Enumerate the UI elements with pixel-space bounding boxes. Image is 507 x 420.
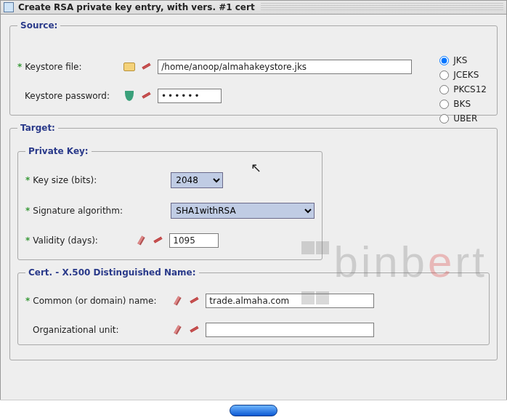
keystore-password-input[interactable] — [158, 89, 222, 103]
window-title: Create RSA private key entry, with vers.… — [18, 2, 255, 12]
private-key-group: Private Key: * Key size (bits): 2048 * S… — [17, 146, 323, 260]
dialog-body: Source: * Keystore file: Keystore passwo… — [0, 15, 507, 420]
cn-label: Common (or domain) name: — [33, 296, 171, 306]
source-group: Source: * Keystore file: Keystore passwo… — [9, 20, 498, 116]
ou-input[interactable] — [206, 323, 374, 337]
ou-label: Organizational unit: — [33, 325, 171, 335]
dn-legend: Cert. - X.500 Distinguished Name: — [25, 267, 199, 278]
key-size-label: Key size (bits): — [33, 175, 171, 185]
dn-group: Cert. - X.500 Distinguished Name: * Comm… — [17, 267, 490, 345]
edit-icon[interactable] — [171, 294, 184, 307]
keystore-file-input[interactable] — [158, 60, 412, 74]
horizontal-scrollbar[interactable] — [0, 400, 507, 420]
radio-jceks[interactable]: JCEKS — [439, 70, 487, 80]
target-legend: Target: — [17, 123, 58, 133]
source-legend: Source: — [17, 20, 60, 31]
clear-icon[interactable] — [188, 323, 201, 336]
required-marker: * — [17, 62, 22, 72]
private-key-legend: Private Key: — [25, 146, 92, 156]
validity-label: Validity (days): — [33, 235, 134, 246]
clear-icon[interactable] — [152, 234, 165, 247]
required-marker: * — [25, 206, 30, 216]
target-group: Target: Private Key: * Key size (bits): … — [9, 123, 498, 360]
radio-pkcs12[interactable]: PKCS12 — [439, 84, 487, 94]
radio-bks[interactable]: BKS — [439, 99, 487, 109]
app-icon — [4, 2, 14, 12]
clear-icon[interactable] — [140, 60, 153, 73]
validity-input[interactable] — [169, 233, 219, 248]
radio-uber[interactable]: UBER — [439, 113, 487, 124]
titlebar-decor — [261, 3, 503, 12]
keystore-file-label: Keystore file: — [25, 62, 123, 72]
clear-icon[interactable] — [140, 89, 153, 102]
key-size-select[interactable]: 2048 — [171, 172, 223, 188]
shield-icon[interactable] — [123, 89, 136, 102]
sig-alg-label: Signature algorithm: — [33, 206, 171, 216]
folder-icon[interactable] — [123, 60, 136, 73]
required-marker: * — [25, 296, 30, 306]
titlebar: Create RSA private key entry, with vers.… — [0, 0, 507, 15]
clear-icon[interactable] — [188, 294, 201, 307]
sig-alg-select[interactable]: SHA1withRSA — [171, 203, 315, 219]
keystore-type-radios: JKS JCEKS PKCS12 BKS UBER — [439, 55, 487, 124]
scrollbar-thumb[interactable] — [230, 405, 277, 416]
edit-icon[interactable] — [134, 234, 147, 247]
cn-input[interactable] — [206, 294, 374, 308]
required-marker: * — [25, 175, 30, 185]
keystore-password-label: Keystore password: — [25, 91, 123, 101]
required-marker: * — [25, 235, 30, 246]
radio-jks[interactable]: JKS — [439, 55, 487, 65]
edit-icon[interactable] — [171, 323, 184, 336]
